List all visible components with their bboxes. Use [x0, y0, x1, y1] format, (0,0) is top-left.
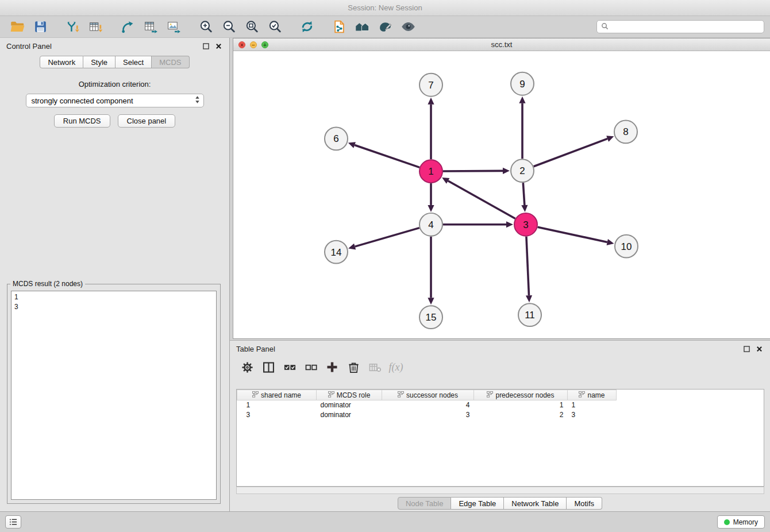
graph-node-14[interactable]: 14: [325, 241, 348, 264]
ui-settings-menu-icon[interactable]: [5, 515, 21, 529]
tab-network[interactable]: Network: [40, 56, 83, 68]
table-cell[interactable]: 2: [474, 410, 568, 420]
graph-node-1[interactable]: 1: [419, 160, 442, 183]
column-tree-icon: [579, 391, 585, 399]
annotations-icon[interactable]: [374, 18, 396, 36]
network-window-title: scc.txt: [233, 40, 770, 49]
export-image-icon[interactable]: [162, 18, 185, 36]
zoom-fit-icon[interactable]: [240, 18, 263, 36]
graph-node-9[interactable]: 9: [511, 72, 534, 95]
columns-icon[interactable]: [260, 359, 277, 375]
column-header-name[interactable]: name: [568, 390, 617, 400]
tab-network-table[interactable]: Network Table: [504, 497, 567, 510]
close-panel-button[interactable]: Close panel: [118, 114, 176, 128]
mcds-buttons-row: Run MCDS Close panel: [0, 114, 229, 128]
save-session-icon[interactable]: [29, 18, 52, 36]
close-table-panel-icon[interactable]: [755, 345, 764, 353]
float-table-panel-icon[interactable]: [742, 345, 751, 353]
graph-node-10[interactable]: 10: [615, 235, 638, 258]
refresh-icon[interactable]: [295, 18, 318, 36]
control-panel-header: Control Panel: [0, 38, 229, 54]
show-hide-icon[interactable]: [396, 18, 419, 36]
memory-button[interactable]: Memory: [717, 515, 765, 529]
graph-edge-4-14[interactable]: [348, 228, 419, 250]
graph-edge-1-2[interactable]: [443, 168, 510, 174]
column-header-mcds-role[interactable]: MCDS role: [317, 390, 382, 400]
graph-node-15[interactable]: 15: [419, 306, 442, 329]
graph-node-2[interactable]: 2: [511, 159, 534, 182]
export-network-icon[interactable]: [116, 18, 139, 36]
deselect-all-checkbox-icon[interactable]: [302, 359, 319, 375]
graph-edge-1-4[interactable]: [428, 183, 434, 212]
table-cell[interactable]: dominator: [317, 410, 382, 420]
table-horizontal-scrollbar[interactable]: [236, 487, 764, 494]
import-network-icon[interactable]: [61, 18, 84, 36]
zoom-out-icon[interactable]: [217, 18, 240, 36]
table-cell[interactable]: 1: [568, 400, 617, 410]
close-panel-icon[interactable]: [214, 42, 223, 51]
table-cell[interactable]: 1: [237, 400, 317, 410]
table-cell[interactable]: 4: [382, 400, 474, 410]
graph-edge-3-1[interactable]: [442, 178, 515, 219]
main-area: Control Panel NetworkStyleSelectMCDS Opt…: [0, 38, 770, 511]
table-row[interactable]: 3dominator323: [237, 410, 617, 420]
table-row[interactable]: 1dominator411: [237, 400, 617, 410]
graph-edge-1-7[interactable]: [428, 98, 434, 160]
open-session-icon[interactable]: [6, 18, 29, 36]
close-window-icon[interactable]: ×: [238, 41, 245, 48]
titlebar[interactable]: Session: New Session: [0, 0, 770, 16]
tab-mcds[interactable]: MCDS: [152, 56, 189, 68]
graph-node-7[interactable]: 7: [419, 74, 442, 97]
first-neighbors-icon[interactable]: [351, 18, 374, 36]
tab-node-table[interactable]: Node Table: [398, 497, 452, 510]
column-header-successor-nodes[interactable]: successor nodes: [382, 390, 474, 400]
network-canvas[interactable]: 7968124314101511: [233, 52, 770, 338]
graph-edge-2-8[interactable]: [534, 136, 614, 167]
run-mcds-button[interactable]: Run MCDS: [54, 114, 110, 128]
network-file-icon[interactable]: [328, 18, 351, 36]
optimization-select[interactable]: strongly connected component: [26, 94, 204, 107]
graph-edge-3-10[interactable]: [538, 227, 614, 245]
float-panel-icon[interactable]: [202, 42, 210, 51]
memory-status-icon: [724, 519, 730, 525]
graph-node-3[interactable]: 3: [514, 213, 537, 236]
table-cell[interactable]: 1: [474, 400, 568, 410]
gear-icon[interactable]: [238, 359, 256, 375]
search-input[interactable]: [611, 23, 760, 31]
status-bar: Memory: [0, 511, 770, 532]
graph-edge-4-3[interactable]: [443, 221, 513, 228]
column-header-shared-name[interactable]: shared name: [237, 390, 317, 400]
network-window-titlebar[interactable]: × − + scc.txt: [233, 38, 770, 51]
search-box[interactable]: [596, 20, 764, 33]
select-all-checkbox-icon[interactable]: [281, 359, 298, 375]
table-cell[interactable]: 3: [568, 410, 617, 420]
graph-node-11[interactable]: 11: [518, 303, 541, 326]
maximize-window-icon[interactable]: +: [261, 41, 268, 48]
add-column-icon[interactable]: [324, 359, 341, 375]
svg-text:7: 7: [428, 80, 433, 91]
graph-edge-3-11[interactable]: [526, 237, 532, 303]
column-header-predecessor-nodes[interactable]: predecessor nodes: [474, 390, 568, 400]
table-cell[interactable]: dominator: [317, 400, 382, 410]
zoom-selected-icon[interactable]: [263, 18, 286, 36]
tab-style[interactable]: Style: [83, 56, 116, 68]
import-table-icon[interactable]: [84, 18, 107, 36]
tab-motifs[interactable]: Motifs: [567, 497, 602, 510]
graph-edge-2-9[interactable]: [519, 97, 525, 159]
export-table-icon[interactable]: [139, 18, 162, 36]
tab-select[interactable]: Select: [116, 56, 152, 68]
graph-edge-2-3[interactable]: [521, 183, 528, 212]
table-cell[interactable]: 3: [237, 410, 317, 420]
zoom-in-icon[interactable]: [194, 18, 217, 36]
column-label: name: [587, 391, 605, 399]
minimize-window-icon[interactable]: −: [250, 41, 257, 48]
graph-node-4[interactable]: 4: [419, 213, 442, 236]
tab-edge-table[interactable]: Edge Table: [451, 497, 504, 510]
graph-edge-1-6[interactable]: [348, 142, 419, 167]
table-cell[interactable]: 3: [382, 410, 474, 420]
graph-node-6[interactable]: 6: [325, 127, 348, 150]
graph-node-8[interactable]: 8: [614, 121, 637, 144]
memory-label: Memory: [733, 518, 758, 526]
graph-edge-4-15[interactable]: [428, 237, 434, 305]
delete-rows-icon[interactable]: [345, 359, 362, 375]
